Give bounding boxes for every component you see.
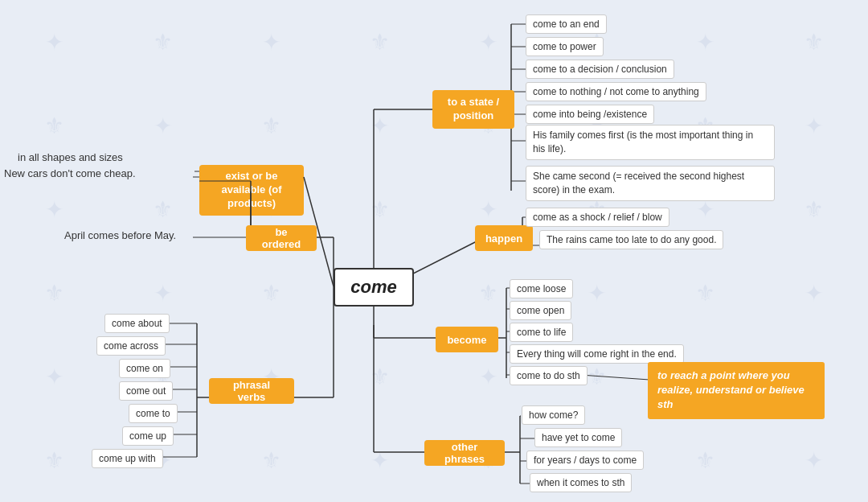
example-in-all-shapes: in all shapes and sizes [18,151,123,163]
example-come-to-power: come to power [526,37,604,56]
to-a-state-label: to a state / position [448,96,499,123]
example-come-open: come open [510,301,571,320]
example-come-loose: come loose [510,279,573,298]
become-label: become [447,334,486,346]
happen-node: happen [475,225,533,251]
example-new-cars: New cars don't come cheap. [4,167,136,179]
phrasal-verbs-label: phrasal verbs [219,379,285,403]
callout-realize-understand: to reach a point where you realize, unde… [648,362,825,419]
example-how-come: how come? [522,405,585,425]
other-phrases-label: other phrases [434,441,495,465]
example-family-comes-first: His family comes first (is the most impo… [526,125,775,160]
example-come-up-with: come up with [92,449,163,468]
example-come-as-shock: come as a shock / relief / blow [526,208,669,227]
example-come-about: come about [104,314,170,333]
example-come-to-decision: come to a decision / conclusion [526,60,674,79]
example-come-out: come out [119,381,173,401]
example-come-to-end: come to an end [526,14,607,34]
example-every-thing-will-come-right: Every thing will come right in the end. [510,344,684,364]
example-come-to: come to [129,404,178,423]
happen-label: happen [485,232,522,245]
be-ordered-node: be ordered [246,225,317,251]
example-when-it-comes-to-sth: when it comes to sth [530,473,632,492]
example-april-comes-before-may: April comes before May. [64,229,176,241]
phrasal-verbs-node: phrasal verbs [209,378,294,404]
example-come-to-do-sth: come to do sth [510,366,588,385]
example-came-second: She came second (= received the second h… [526,166,775,201]
to-a-state-node: to a state / position [432,90,514,129]
example-come-to-life: come to life [510,323,573,342]
exist-or-be-available-node: exist or beavailable (of products) [199,165,304,216]
example-come-to-nothing: come to nothing / not come to anything [526,82,706,101]
example-for-years-days-to-come: for years / days to come [526,451,644,470]
example-come-into-being: come into being /existence [526,105,654,124]
example-rains-came-too-late: The rains came too late to do any good. [539,230,723,249]
svg-line-30 [580,375,649,380]
example-come-on: come on [119,359,170,378]
be-ordered-label: be ordered [256,226,307,250]
example-come-up: come up [122,426,174,446]
center-label: come [350,277,396,298]
other-phrases-node: other phrases [424,440,505,466]
become-node: become [436,327,498,352]
example-have-yet-to-come: have yet to come [534,428,622,447]
example-come-across: come across [96,336,166,356]
center-node: come [334,268,414,307]
